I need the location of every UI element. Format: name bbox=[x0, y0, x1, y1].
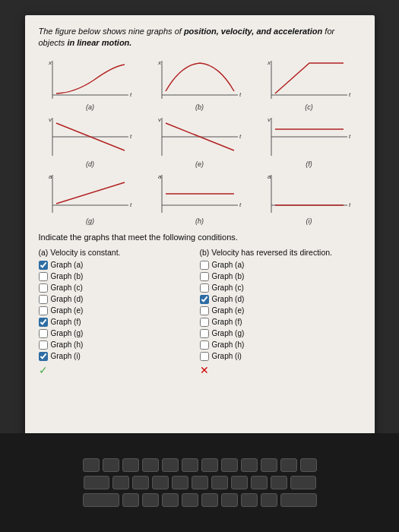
checkbox-a-graph-g[interactable]: Graph (g) bbox=[39, 329, 200, 338]
checkbox-a-graph-b[interactable]: Graph (b) bbox=[39, 272, 200, 281]
svg-text:a: a bbox=[158, 173, 162, 180]
kb-key bbox=[152, 476, 169, 489]
svg-text:x: x bbox=[157, 59, 162, 66]
keyboard-row-3 bbox=[83, 493, 317, 507]
graph-cell-b: x t (b) bbox=[148, 57, 252, 111]
kb-key bbox=[162, 458, 179, 472]
intro-text: The figure below shows nine graphs of po… bbox=[39, 26, 361, 49]
graph-cell-h: a t (h) bbox=[148, 171, 252, 225]
kb-key bbox=[103, 458, 119, 472]
graph-cell-f: v t (f) bbox=[258, 114, 361, 168]
checkbox-b-graph-a[interactable]: Graph (a) bbox=[200, 261, 361, 270]
kb-key bbox=[261, 458, 277, 472]
graph-a-label: (a) bbox=[86, 103, 94, 111]
checkbox-b-graph-i[interactable]: Graph (i) bbox=[200, 352, 361, 361]
checkbox-a-graph-c[interactable]: Graph (c) bbox=[39, 283, 200, 293]
svg-text:t: t bbox=[349, 91, 351, 98]
graph-cell-g: a t (g) bbox=[39, 171, 142, 225]
graph-e-label: (e) bbox=[195, 160, 204, 168]
graph-cell-d: v t (d) bbox=[39, 114, 142, 168]
keyboard-area bbox=[0, 433, 399, 532]
checkbox-b-graph-d[interactable]: Graph (d) bbox=[200, 295, 361, 304]
kb-key bbox=[182, 493, 198, 507]
kb-key bbox=[83, 458, 100, 472]
kb-key bbox=[182, 458, 198, 472]
svg-text:x: x bbox=[48, 59, 52, 66]
kb-key bbox=[122, 458, 139, 472]
checkbox-a-graph-f[interactable]: Graph (f) bbox=[39, 318, 200, 327]
checkbox-b-graph-f[interactable]: Graph (f) bbox=[200, 318, 361, 327]
svg-text:a: a bbox=[49, 173, 52, 180]
checkbox-b-graph-e[interactable]: Graph (e) bbox=[200, 306, 361, 315]
kb-key bbox=[221, 493, 238, 507]
kb-key bbox=[132, 476, 149, 489]
checkbox-a-graph-i[interactable]: Graph (i) bbox=[39, 352, 200, 361]
svg-text:t: t bbox=[239, 133, 242, 140]
kb-key bbox=[290, 476, 316, 489]
graph-d-label: (d) bbox=[86, 160, 94, 168]
keyboard-row-2 bbox=[84, 476, 316, 489]
svg-line-31 bbox=[56, 182, 125, 204]
graph-h-label: (h) bbox=[195, 217, 204, 225]
kb-key bbox=[112, 476, 129, 489]
graph-f-label: (f) bbox=[306, 160, 312, 168]
kb-key bbox=[201, 458, 218, 472]
kb-key bbox=[280, 493, 317, 507]
svg-text:v: v bbox=[158, 116, 162, 123]
kb-key bbox=[271, 476, 287, 489]
main-page: The figure below shows nine graphs of po… bbox=[25, 15, 375, 441]
kb-key bbox=[192, 476, 208, 489]
kb-key bbox=[83, 493, 119, 507]
kb-key bbox=[280, 458, 297, 472]
checkbox-a-graph-h[interactable]: Graph (h) bbox=[39, 340, 200, 350]
checkbox-b-graph-h[interactable]: Graph (h) bbox=[200, 340, 361, 350]
graph-g: a t bbox=[45, 171, 136, 217]
graph-cell-e: v t (e) bbox=[148, 114, 252, 168]
graph-d: v t bbox=[45, 114, 136, 160]
graphs-grid: x t (a) x t (b) x t bbox=[39, 57, 361, 225]
check-icon-a: ✓ bbox=[39, 364, 48, 376]
graph-cell-c: x t (c) bbox=[258, 57, 361, 111]
kb-key bbox=[142, 493, 159, 507]
condition-a-title: (a) Velocity is constant. bbox=[39, 248, 200, 257]
checkbox-a-graph-a[interactable]: Graph (a) bbox=[39, 261, 200, 270]
graph-h: a t bbox=[154, 171, 245, 217]
checkbox-b-graph-b[interactable]: Graph (b) bbox=[200, 272, 361, 281]
graph-c-label: (c) bbox=[305, 103, 313, 111]
kb-key bbox=[211, 476, 228, 489]
kb-key bbox=[142, 458, 159, 472]
graph-cell-i: a t (i) bbox=[258, 171, 361, 225]
kb-key bbox=[300, 458, 317, 472]
svg-text:x: x bbox=[267, 59, 271, 66]
kb-key bbox=[201, 493, 218, 507]
graph-g-label: (g) bbox=[86, 217, 94, 225]
graph-i: a t bbox=[264, 171, 355, 217]
svg-text:t: t bbox=[130, 201, 132, 208]
graph-f: v t bbox=[264, 114, 355, 160]
checkbox-b-graph-g[interactable]: Graph (g) bbox=[200, 329, 361, 338]
svg-text:t: t bbox=[239, 91, 242, 98]
condition-b-title: (b) Velocity has reversed its direction. bbox=[200, 248, 361, 257]
condition-block-b: (b) Velocity has reversed its direction.… bbox=[200, 248, 361, 377]
svg-text:t: t bbox=[239, 201, 242, 208]
kb-key bbox=[231, 476, 248, 489]
x-icon-b: ✕ bbox=[200, 364, 209, 376]
svg-text:t: t bbox=[349, 201, 351, 208]
kb-key bbox=[172, 476, 188, 489]
kb-key bbox=[241, 458, 258, 472]
graph-e: v t bbox=[154, 114, 245, 160]
svg-text:v: v bbox=[268, 116, 271, 123]
checkbox-a-graph-e[interactable]: Graph (e) bbox=[39, 306, 200, 315]
kb-key bbox=[241, 493, 258, 507]
svg-text:t: t bbox=[349, 133, 351, 140]
graph-cell-a: x t (a) bbox=[39, 57, 142, 111]
condition-block-a: (a) Velocity is constant. Graph (a) Grap… bbox=[39, 248, 200, 377]
graph-c: x t bbox=[264, 57, 355, 103]
checkbox-b-graph-c[interactable]: Graph (c) bbox=[200, 283, 361, 293]
kb-key bbox=[261, 493, 277, 507]
graph-b: x t bbox=[154, 57, 245, 103]
svg-text:v: v bbox=[49, 116, 52, 123]
svg-text:t: t bbox=[130, 91, 132, 98]
checkbox-a-graph-d[interactable]: Graph (d) bbox=[39, 295, 200, 304]
kb-key bbox=[221, 458, 238, 472]
